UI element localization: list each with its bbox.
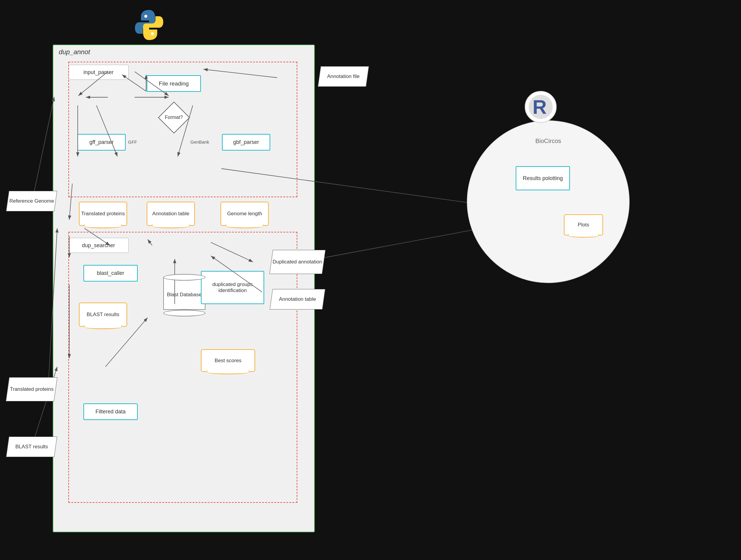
genbank-label: GenBank [190, 139, 209, 144]
duplicated-groups-box: duplicated groups identification [201, 271, 264, 304]
blast-results-label: BLAST results [6, 436, 57, 457]
plots-scroll: Plots [564, 214, 603, 235]
format-diamond-container: Format? [160, 104, 187, 131]
input-parser-box: input_parser [68, 65, 129, 80]
annotation-table-scroll-1: Annotation table [147, 202, 195, 226]
blast-database-cylinder: Blast Database [163, 274, 205, 313]
blast-results-scroll: BLAST results [79, 302, 127, 327]
file-reading-box: File reading [147, 75, 201, 92]
annotation-file-label: Annotation file [318, 66, 369, 87]
gff-parser-box: gff_parser [77, 134, 126, 150]
outer-module-label: dup_annot [59, 48, 90, 56]
r-logo: R [524, 90, 557, 124]
results-plotting-box: Results polotting [516, 166, 570, 190]
format-label: Format? [165, 115, 183, 120]
outer-module-box: dup_annot input_parser File reading Form… [53, 45, 315, 532]
svg-point-1 [151, 32, 154, 35]
blast-caller-box: blast_caller [83, 265, 138, 281]
duplicated-annotation-label: Duplicated annotation [269, 250, 325, 274]
r-circle-area: BioCircos Results polotting Plots [467, 121, 629, 283]
python-logo [133, 8, 166, 43]
best-scores-scroll: Best scores [201, 349, 255, 372]
filtered-data-box: Filtered data [83, 404, 138, 420]
svg-point-0 [144, 15, 147, 18]
dup-searcher-box: dup_searcher [68, 238, 129, 253]
svg-text:R: R [533, 96, 547, 118]
biocircos-label: BioCircos [535, 138, 561, 144]
genome-length-scroll: Genome length [220, 202, 269, 226]
translated-proteins-label-2: Translated proteins [6, 377, 57, 401]
gbf-parser-box: gbf_parser [222, 134, 270, 150]
translated-proteins-scroll-1: Translated proteins [79, 202, 127, 226]
gff-label: GFF [128, 139, 137, 144]
reference-genome-label: Reference Genome [6, 191, 57, 211]
annotation-table-label-2: Annotation table [270, 289, 325, 309]
